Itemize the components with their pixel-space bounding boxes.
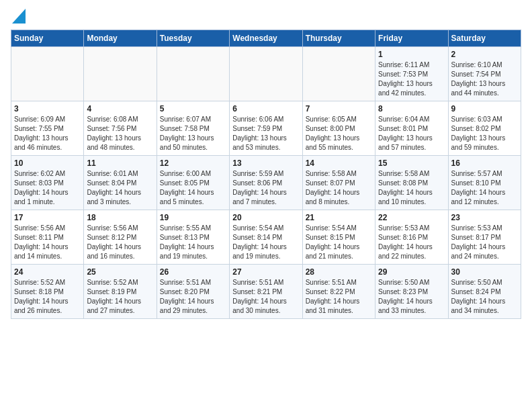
day-number: 25 [87, 267, 153, 277]
calendar-day-cell [302, 46, 375, 101]
day-number: 21 [306, 213, 372, 222]
svg-marker-0 [12, 9, 26, 24]
calendar-day-cell: 29Sunrise: 5:50 AM Sunset: 8:23 PM Dayli… [375, 264, 448, 318]
calendar-table: SundayMondayTuesdayWednesdayThursdayFrid… [11, 30, 521, 319]
day-number: 5 [160, 104, 226, 113]
calendar-week-row: 24Sunrise: 5:52 AM Sunset: 8:18 PM Dayli… [11, 264, 521, 318]
day-number: 2 [451, 50, 518, 59]
weekday-header: Sunday [11, 30, 84, 46]
logo [11, 11, 26, 24]
day-number: 16 [451, 158, 518, 168]
calendar-day-cell: 18Sunrise: 5:56 AM Sunset: 8:12 PM Dayli… [84, 210, 157, 264]
day-info: Sunrise: 5:51 AM Sunset: 8:20 PM Dayligh… [160, 278, 226, 316]
day-info: Sunrise: 6:06 AM Sunset: 7:59 PM Dayligh… [232, 115, 299, 152]
day-info: Sunrise: 5:57 AM Sunset: 8:10 PM Dayligh… [451, 169, 518, 207]
calendar-body: 1Sunrise: 6:11 AM Sunset: 7:53 PM Daylig… [11, 46, 521, 318]
calendar-day-cell [230, 46, 302, 101]
calendar-header-row: SundayMondayTuesdayWednesdayThursdayFrid… [11, 30, 521, 46]
calendar-day-cell: 23Sunrise: 5:53 AM Sunset: 8:17 PM Dayli… [448, 210, 521, 264]
calendar-day-cell: 12Sunrise: 6:00 AM Sunset: 8:05 PM Dayli… [157, 155, 229, 210]
day-number: 29 [378, 267, 445, 277]
day-number: 23 [451, 213, 518, 222]
day-number: 27 [232, 267, 299, 277]
day-info: Sunrise: 6:08 AM Sunset: 7:56 PM Dayligh… [87, 115, 153, 152]
calendar-day-cell: 25Sunrise: 5:52 AM Sunset: 8:19 PM Dayli… [84, 264, 157, 318]
day-info: Sunrise: 6:01 AM Sunset: 8:04 PM Dayligh… [87, 169, 153, 207]
day-number: 17 [14, 213, 81, 222]
day-number: 19 [160, 213, 226, 222]
calendar-day-cell: 3Sunrise: 6:09 AM Sunset: 7:55 PM Daylig… [11, 101, 84, 155]
day-info: Sunrise: 5:56 AM Sunset: 8:11 PM Dayligh… [14, 224, 81, 261]
calendar-day-cell [157, 46, 229, 101]
day-number: 8 [378, 104, 445, 113]
day-info: Sunrise: 5:58 AM Sunset: 8:08 PM Dayligh… [378, 169, 445, 207]
calendar-day-cell: 2Sunrise: 6:10 AM Sunset: 7:54 PM Daylig… [448, 46, 521, 101]
day-info: Sunrise: 5:59 AM Sunset: 8:06 PM Dayligh… [232, 169, 299, 207]
day-info: Sunrise: 6:00 AM Sunset: 8:05 PM Dayligh… [160, 169, 226, 207]
day-info: Sunrise: 6:11 AM Sunset: 7:53 PM Dayligh… [378, 60, 445, 98]
logo-triangle-icon [12, 9, 26, 24]
calendar-day-cell: 20Sunrise: 5:54 AM Sunset: 8:14 PM Dayli… [230, 210, 302, 264]
day-number: 1 [378, 50, 445, 59]
weekday-header: Saturday [448, 30, 521, 46]
day-info: Sunrise: 6:05 AM Sunset: 8:00 PM Dayligh… [306, 115, 372, 152]
weekday-header: Thursday [302, 30, 375, 46]
calendar-day-cell: 16Sunrise: 5:57 AM Sunset: 8:10 PM Dayli… [448, 155, 521, 210]
day-number: 14 [306, 158, 372, 168]
calendar-day-cell: 11Sunrise: 6:01 AM Sunset: 8:04 PM Dayli… [84, 155, 157, 210]
day-info: Sunrise: 6:09 AM Sunset: 7:55 PM Dayligh… [14, 115, 81, 152]
calendar-day-cell: 8Sunrise: 6:04 AM Sunset: 8:01 PM Daylig… [375, 101, 448, 155]
day-info: Sunrise: 5:52 AM Sunset: 8:19 PM Dayligh… [87, 278, 153, 316]
day-info: Sunrise: 6:03 AM Sunset: 8:02 PM Dayligh… [451, 115, 518, 152]
weekday-header: Tuesday [157, 30, 229, 46]
day-number: 6 [232, 104, 299, 113]
day-number: 11 [87, 158, 153, 168]
calendar-day-cell: 1Sunrise: 6:11 AM Sunset: 7:53 PM Daylig… [375, 46, 448, 101]
calendar-day-cell: 17Sunrise: 5:56 AM Sunset: 8:11 PM Dayli… [11, 210, 84, 264]
day-info: Sunrise: 5:50 AM Sunset: 8:23 PM Dayligh… [378, 278, 445, 316]
day-number: 15 [378, 158, 445, 168]
calendar-day-cell [11, 46, 84, 101]
day-info: Sunrise: 6:02 AM Sunset: 8:03 PM Dayligh… [14, 169, 81, 207]
page-header [11, 11, 521, 24]
day-info: Sunrise: 5:51 AM Sunset: 8:21 PM Dayligh… [232, 278, 299, 316]
calendar-day-cell: 14Sunrise: 5:58 AM Sunset: 8:07 PM Dayli… [302, 155, 375, 210]
calendar-day-cell: 24Sunrise: 5:52 AM Sunset: 8:18 PM Dayli… [11, 264, 84, 318]
day-number: 22 [378, 213, 445, 222]
calendar-day-cell: 21Sunrise: 5:54 AM Sunset: 8:15 PM Dayli… [302, 210, 375, 264]
day-info: Sunrise: 6:04 AM Sunset: 8:01 PM Dayligh… [378, 115, 445, 152]
day-info: Sunrise: 6:07 AM Sunset: 7:58 PM Dayligh… [160, 115, 226, 152]
day-info: Sunrise: 5:53 AM Sunset: 8:17 PM Dayligh… [451, 224, 518, 261]
calendar-day-cell: 10Sunrise: 6:02 AM Sunset: 8:03 PM Dayli… [11, 155, 84, 210]
calendar-day-cell: 30Sunrise: 5:50 AM Sunset: 8:24 PM Dayli… [448, 264, 521, 318]
day-info: Sunrise: 5:50 AM Sunset: 8:24 PM Dayligh… [451, 278, 518, 316]
calendar-day-cell: 28Sunrise: 5:51 AM Sunset: 8:22 PM Dayli… [302, 264, 375, 318]
calendar-week-row: 17Sunrise: 5:56 AM Sunset: 8:11 PM Dayli… [11, 210, 521, 264]
day-number: 18 [87, 213, 153, 222]
day-info: Sunrise: 5:56 AM Sunset: 8:12 PM Dayligh… [87, 224, 153, 261]
day-number: 13 [232, 158, 299, 168]
calendar-day-cell [84, 46, 157, 101]
calendar-day-cell: 13Sunrise: 5:59 AM Sunset: 8:06 PM Dayli… [230, 155, 302, 210]
calendar-day-cell: 19Sunrise: 5:55 AM Sunset: 8:13 PM Dayli… [157, 210, 229, 264]
day-info: Sunrise: 5:53 AM Sunset: 8:16 PM Dayligh… [378, 224, 445, 261]
calendar-day-cell: 22Sunrise: 5:53 AM Sunset: 8:16 PM Dayli… [375, 210, 448, 264]
day-number: 10 [14, 158, 81, 168]
day-info: Sunrise: 6:10 AM Sunset: 7:54 PM Dayligh… [451, 60, 518, 98]
day-number: 24 [14, 267, 81, 277]
day-number: 20 [232, 213, 299, 222]
day-number: 3 [14, 104, 81, 113]
day-number: 12 [160, 158, 226, 168]
day-number: 28 [306, 267, 372, 277]
calendar-day-cell: 15Sunrise: 5:58 AM Sunset: 8:08 PM Dayli… [375, 155, 448, 210]
weekday-header: Wednesday [230, 30, 302, 46]
calendar-day-cell: 7Sunrise: 6:05 AM Sunset: 8:00 PM Daylig… [302, 101, 375, 155]
day-number: 9 [451, 104, 518, 113]
day-info: Sunrise: 5:55 AM Sunset: 8:13 PM Dayligh… [160, 224, 226, 261]
calendar-week-row: 3Sunrise: 6:09 AM Sunset: 7:55 PM Daylig… [11, 101, 521, 155]
calendar-week-row: 10Sunrise: 6:02 AM Sunset: 8:03 PM Dayli… [11, 155, 521, 210]
day-info: Sunrise: 5:51 AM Sunset: 8:22 PM Dayligh… [306, 278, 372, 316]
day-number: 30 [451, 267, 518, 277]
calendar-day-cell: 4Sunrise: 6:08 AM Sunset: 7:56 PM Daylig… [84, 101, 157, 155]
calendar-day-cell: 6Sunrise: 6:06 AM Sunset: 7:59 PM Daylig… [230, 101, 302, 155]
